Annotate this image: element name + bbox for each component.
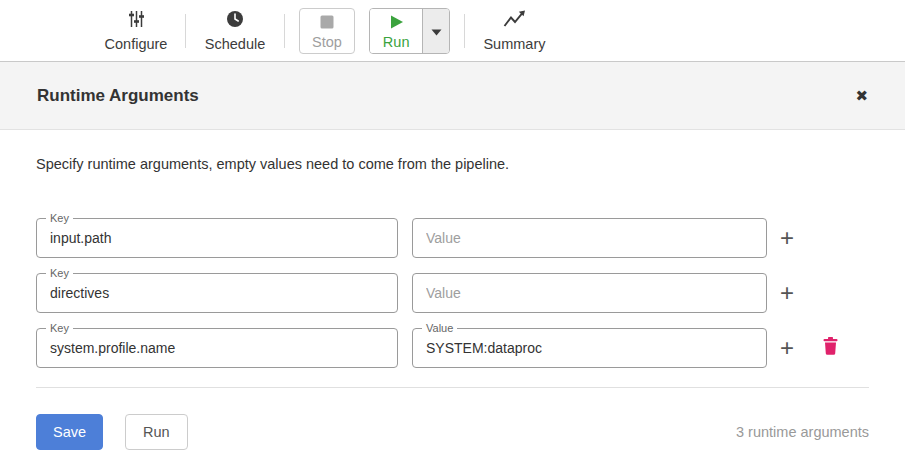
key-input[interactable]: [37, 219, 397, 257]
add-row-icon[interactable]: +: [779, 336, 795, 360]
configure-button[interactable]: Configure: [94, 9, 178, 52]
pipeline-toolbar: Configure Schedule Stop Run: [0, 0, 905, 61]
value-input[interactable]: [413, 219, 766, 257]
stop-label: Stop: [312, 34, 342, 50]
key-input[interactable]: [37, 329, 397, 367]
runtime-arg-row-3: Key Value +: [36, 328, 869, 368]
description-text: Specify runtime arguments, empty values …: [36, 156, 869, 172]
run-button-group: Run: [369, 8, 451, 54]
line-chart-icon: [503, 9, 526, 33]
stop-square-icon: [319, 14, 335, 34]
key-field: Key: [36, 273, 398, 313]
add-row-icon[interactable]: +: [779, 226, 795, 250]
configure-sliders-icon: [126, 9, 146, 33]
toolbar-divider: [464, 14, 465, 48]
save-button[interactable]: Save: [36, 414, 103, 450]
runtime-arguments-count: 3 runtime arguments: [736, 424, 869, 440]
caret-down-icon: [431, 22, 442, 40]
runtime-arguments-body: Specify runtime arguments, empty values …: [0, 130, 905, 450]
runtime-arg-row-1: Key +: [36, 218, 869, 258]
configure-label: Configure: [105, 36, 168, 52]
play-icon: [388, 14, 405, 34]
value-field: [412, 218, 767, 258]
run-options-dropdown[interactable]: [422, 9, 449, 53]
page-title: Runtime Arguments: [37, 86, 199, 106]
value-input[interactable]: [413, 274, 766, 312]
schedule-label: Schedule: [205, 36, 265, 52]
value-input[interactable]: [413, 329, 766, 367]
runtime-args-list: Key + Key + Key V: [36, 218, 869, 368]
summary-label: Summary: [483, 36, 545, 52]
key-field: Key: [36, 328, 398, 368]
close-icon[interactable]: ✖: [855, 88, 868, 103]
summary-button[interactable]: Summary: [472, 9, 556, 52]
value-floating-label: Value: [422, 322, 457, 335]
run-button[interactable]: Run: [370, 9, 423, 53]
schedule-button[interactable]: Schedule: [193, 9, 277, 52]
key-field: Key: [36, 218, 398, 258]
run-label: Run: [383, 34, 410, 50]
key-input[interactable]: [37, 274, 397, 312]
runtime-arg-row-2: Key +: [36, 273, 869, 313]
value-field: [412, 273, 767, 313]
key-floating-label: Key: [46, 212, 73, 225]
runtime-arguments-header: Runtime Arguments ✖: [0, 61, 905, 130]
footer-divider: [36, 387, 869, 388]
stop-button[interactable]: Stop: [299, 8, 355, 54]
key-floating-label: Key: [46, 267, 73, 280]
delete-row-icon[interactable]: [823, 337, 838, 359]
run-button-footer[interactable]: Run: [125, 414, 188, 450]
footer: Save Run 3 runtime arguments: [36, 414, 869, 450]
toolbar-divider: [185, 14, 186, 48]
add-row-icon[interactable]: +: [779, 281, 795, 305]
key-floating-label: Key: [46, 322, 73, 335]
toolbar-divider: [284, 14, 285, 48]
clock-icon: [225, 9, 245, 33]
value-field: Value: [412, 328, 767, 368]
